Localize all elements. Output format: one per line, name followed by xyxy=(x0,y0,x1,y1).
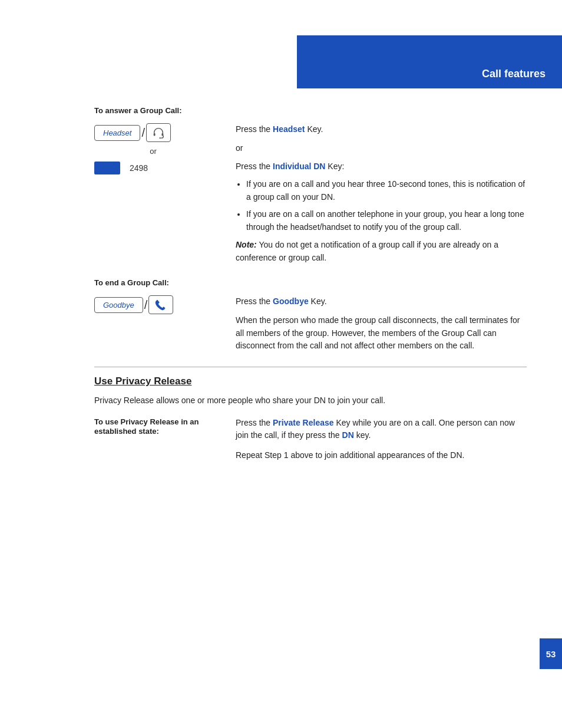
phone-icon-box xyxy=(148,295,173,314)
headset-icon-box xyxy=(146,123,171,142)
end-instructions-text: Press the Goodbye Key. When the person w… xyxy=(236,295,527,353)
dn-link: DN xyxy=(342,430,354,440)
bullet-item-1: If you are on a call and you hear three … xyxy=(246,178,527,203)
privacy-release-title: Use Privacy Release xyxy=(94,375,527,387)
headset-instruction: Press the Headset Key. xyxy=(236,123,527,136)
privacy-release-description: Privacy Release allows one or more peopl… xyxy=(94,394,527,407)
headset-key-group: Headset / xyxy=(94,123,212,142)
privacy-instruction-1: Press the Private Release Key while you … xyxy=(236,417,527,442)
page-title: Call features xyxy=(482,68,546,80)
dn-number: 2498 xyxy=(130,163,148,173)
answer-group-section: To answer a Group Call: Headset / xyxy=(94,106,527,264)
goodbye-link: Goodbye xyxy=(273,297,309,306)
goodbye-key-button: Goodbye xyxy=(94,297,143,313)
answer-key-diagrams: Headset / or xyxy=(94,123,212,264)
end-instruction-row: Goodbye / Press the Goodbye Key. When th… xyxy=(94,295,527,353)
end-key-diagrams: Goodbye / xyxy=(94,295,212,353)
svg-rect-0 xyxy=(154,133,156,136)
repeat-step-text: Repeat Step 1 above to join additional a… xyxy=(236,449,527,462)
answer-group-label: To answer a Group Call: xyxy=(94,106,527,115)
headset-link: Headset xyxy=(273,124,305,134)
privacy-instruction-row: To use Privacy Release in an established… xyxy=(94,417,527,462)
svg-point-2 xyxy=(159,137,160,139)
note-text: Note: You do not get a notification of a… xyxy=(236,239,527,264)
individual-dn-link: Individual DN xyxy=(273,162,325,171)
end-group-description: When the person who made the group call … xyxy=(236,314,527,353)
answer-instruction-row: Headset / or xyxy=(94,123,527,264)
privacy-state-label: To use Privacy Release in an established… xyxy=(94,417,199,436)
bullet-item-2: If you are on a call on another telephon… xyxy=(246,208,527,233)
svg-rect-1 xyxy=(161,133,163,136)
privacy-label: To use Privacy Release in an established… xyxy=(94,417,212,462)
headset-icon xyxy=(152,126,165,139)
dn-rect xyxy=(94,162,120,174)
or-label: or xyxy=(236,142,527,155)
note-label: Note: xyxy=(236,240,257,249)
end-group-label: To end a Group Call: xyxy=(94,278,527,287)
goodbye-key-group: Goodbye / xyxy=(94,295,212,314)
key-divider-2: / xyxy=(144,298,148,312)
privacy-section: Use Privacy Release Privacy Release allo… xyxy=(94,367,527,462)
headset-key-button: Headset xyxy=(94,125,140,141)
goodbye-instruction: Press the Goodbye Key. xyxy=(236,295,527,308)
private-release-link: Private Release xyxy=(273,418,334,427)
section-separator xyxy=(94,367,527,367)
or-text-1: or xyxy=(94,147,212,156)
answer-bullets: If you are on a call and you hear three … xyxy=(236,178,527,234)
key-divider-1: / xyxy=(141,126,145,140)
phone-icon xyxy=(154,298,168,312)
individual-dn-instruction: Press the Individual DN Key: xyxy=(236,160,527,173)
answer-instructions-text: Press the Headset Key. or Press the Indi… xyxy=(236,123,527,264)
end-group-section: To end a Group Call: Goodbye / xyxy=(94,278,527,353)
dn-key-row: 2498 xyxy=(94,162,212,174)
page-number-tab: 53 xyxy=(540,638,562,669)
privacy-instructions-text: Press the Private Release Key while you … xyxy=(236,417,527,462)
header-banner: Call features xyxy=(297,35,562,88)
